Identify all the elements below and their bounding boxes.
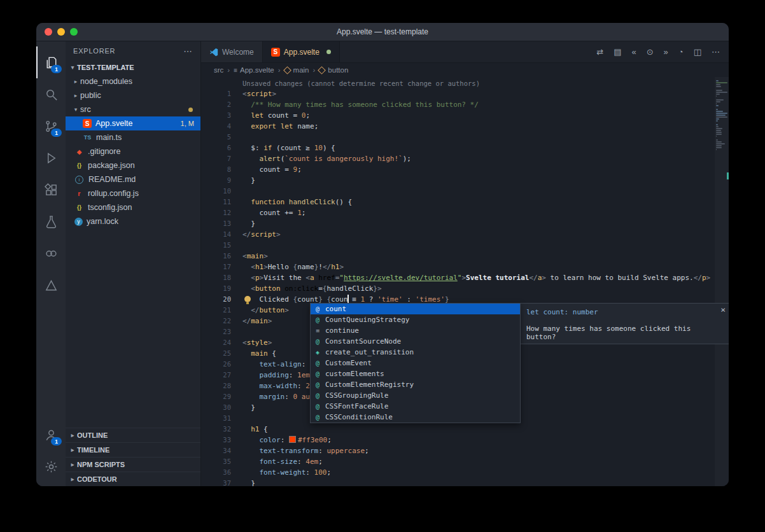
code-line[interactable]: 16<main>	[201, 251, 729, 262]
code-line[interactable]: 2 /** How many times has someone clicked…	[201, 99, 729, 110]
readme-file-icon: i	[75, 176, 83, 184]
breadcrumb-button[interactable]: button	[319, 66, 348, 74]
code-line[interactable]: 34 text-transform: uppercase;	[201, 445, 729, 456]
run-debug-icon[interactable]	[36, 142, 66, 174]
minimap-line	[716, 143, 725, 144]
explorer-more-actions-icon[interactable]: ⋯	[183, 46, 193, 56]
suggestion-item[interactable]: @customElements	[311, 368, 520, 379]
tree-item--gitignore[interactable]: ◆.gitignore	[66, 144, 200, 158]
split-editor-icon[interactable]: ◫	[694, 47, 701, 57]
window-title: App.svelte — test-template	[36, 27, 729, 36]
code-line[interactable]: 17 <h1>Hello {name}!</h1>	[201, 262, 729, 272]
breadcrumb-src[interactable]: src	[214, 66, 223, 74]
source-control-compare-icon[interactable]: ⇄	[596, 47, 603, 57]
source-control-icon[interactable]: 1	[36, 110, 66, 142]
code-line[interactable]: 14</script>	[201, 229, 729, 240]
suggestion-item[interactable]: @CustomElementRegistry	[311, 379, 520, 390]
timeline-icon[interactable]: ◔	[678, 47, 684, 57]
code-line[interactable]: 33 color: #ff3e00;	[201, 435, 729, 445]
minimap-line	[716, 141, 722, 143]
color-swatch[interactable]	[289, 436, 296, 443]
minimap-line	[716, 120, 718, 122]
code-line[interactable]: 35 font-size: 4em;	[201, 456, 729, 467]
accounts-icon[interactable]: 1	[36, 419, 66, 451]
close-icon[interactable]: ×	[720, 305, 726, 314]
tree-item-label: .gitignore	[88, 147, 120, 156]
close-window-button[interactable]	[45, 28, 52, 36]
tab-label: Welcome	[222, 48, 254, 57]
azure-icon[interactable]	[36, 269, 66, 301]
breadcrumb-app-svelte[interactable]: ≡App.svelte	[234, 66, 274, 74]
suggestion-item[interactable]: @CountQueuingStrategy	[311, 314, 520, 325]
code-line[interactable]: 5	[201, 132, 729, 143]
modified-dot	[326, 50, 331, 54]
settings-icon[interactable]	[36, 451, 66, 482]
code-line[interactable]: 19 <button on:click={handleClick}>	[201, 283, 729, 294]
suggestion-item[interactable]: @count	[311, 304, 520, 314]
more-actions-icon[interactable]: ⋯	[712, 47, 720, 57]
tab-app-svelte[interactable]: SApp.svelte	[263, 41, 340, 62]
sidebar-section-npm-scripts[interactable]: ▸NPM SCRIPTS	[66, 457, 200, 472]
suggestion-item[interactable]: @ConstantSourceNode	[311, 336, 520, 347]
line-number: 20	[201, 294, 231, 305]
tab-welcome[interactable]: Welcome	[201, 41, 263, 62]
zoom-window-button[interactable]	[70, 28, 78, 36]
suggestion-item[interactable]: @CSSFontFaceRule	[311, 401, 520, 412]
tree-item-main-ts[interactable]: TSmain.ts	[66, 130, 200, 144]
suggestion-item[interactable]: ◈create_out_transition	[311, 347, 520, 358]
line-number: 22	[201, 316, 231, 326]
line-number: 15	[201, 240, 231, 251]
previous-change-icon[interactable]: «	[631, 47, 636, 57]
code-line[interactable]: 37 }	[201, 478, 729, 486]
code-line[interactable]: 6 $: if (count ≥ 10) {	[201, 143, 729, 153]
minimap-line	[716, 109, 718, 110]
gitlens-toggle-icon[interactable]: ⊙	[647, 47, 654, 57]
gitlens-codelens[interactable]: Unsaved changes (cannot determine recent…	[201, 78, 729, 88]
workspace-root-folder[interactable]: ▾ TEST-TEMPLATE	[66, 60, 200, 74]
suggestion-item[interactable]: ≡continue	[311, 325, 520, 336]
code-line[interactable]: 32 h1 {	[201, 424, 729, 435]
tree-item-app-svelte[interactable]: SApp.svelte1, M	[66, 116, 200, 130]
breadcrumb-main[interactable]: main	[284, 66, 309, 74]
code-line[interactable]: 9 }	[201, 175, 729, 186]
tree-item-yarn-lock[interactable]: yyarn.lock	[66, 214, 200, 228]
code-line[interactable]: 12 count += 1;	[201, 207, 729, 218]
suggestion-item[interactable]: @CSSGroupingRule	[311, 390, 520, 401]
tree-item-readme-md[interactable]: iREADME.md	[66, 172, 200, 186]
search-icon[interactable]	[36, 78, 66, 110]
open-changes-icon[interactable]: ▤	[614, 47, 621, 57]
testing-icon[interactable]	[36, 206, 66, 237]
code-line[interactable]: 36 font-weight: 100;	[201, 467, 729, 478]
tree-item-node-modules[interactable]: ▸node_modules	[66, 74, 200, 88]
sidebar-section-outline[interactable]: ▸OUTLINE	[66, 428, 200, 442]
code-line[interactable]: 11 function handleClick() {	[201, 197, 729, 207]
minimap[interactable]	[715, 77, 729, 486]
code-editor[interactable]: Unsaved changes (cannot determine recent…	[201, 77, 729, 486]
code-line[interactable]: 8 count = 9;	[201, 164, 729, 175]
code-line[interactable]: 13 }	[201, 218, 729, 229]
explorer-icon[interactable]: 1	[36, 46, 66, 78]
code-line[interactable]: 3 let count = 0;	[201, 110, 729, 121]
sidebar-section-codetour[interactable]: ▸CODETOUR	[66, 472, 200, 486]
code-line-content: text-transform: uppercase;	[242, 445, 369, 456]
code-line[interactable]: 10	[201, 186, 729, 197]
code-line[interactable]: 4 export let name;	[201, 121, 729, 132]
suggestion-item[interactable]: @CSSConditionRule	[311, 412, 520, 423]
tree-item-tsconfig-json[interactable]: {}tsconfig.json	[66, 200, 200, 214]
suggestion-item[interactable]: @CustomEvent	[311, 358, 520, 368]
code-line[interactable]: 18 <p>Visit the <a href="https://svelte.…	[201, 272, 729, 283]
tree-item-rollup-config-js[interactable]: rrollup.config.js	[66, 186, 200, 200]
lightbulb-icon[interactable]	[244, 296, 251, 302]
extensions-icon[interactable]	[36, 174, 66, 206]
code-line[interactable]: 15	[201, 240, 729, 251]
chevron-right-icon: ▸	[71, 92, 80, 99]
code-line[interactable]: 1<script>	[201, 88, 729, 99]
tree-item-public[interactable]: ▸public	[66, 88, 200, 102]
tree-item-package-json[interactable]: {}package.json	[66, 158, 200, 172]
next-change-icon[interactable]: »	[664, 47, 668, 57]
gitlens-icon[interactable]	[36, 237, 66, 269]
tree-item-src[interactable]: ▾src	[66, 102, 200, 116]
sidebar-section-timeline[interactable]: ▸TIMELINE	[66, 442, 200, 457]
code-line[interactable]: 7 alert(`count is dangerously high!`);	[201, 153, 729, 164]
minimize-window-button[interactable]	[57, 28, 65, 36]
